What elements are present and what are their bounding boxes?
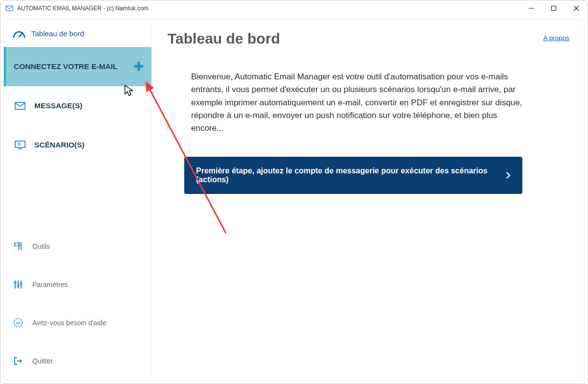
about-link[interactable]: A propos bbox=[543, 34, 569, 42]
svg-rect-9 bbox=[18, 242, 20, 246]
app-window: AUTOMATIC EMAIL MANAGER - (c) Namtuk.com bbox=[0, 0, 588, 384]
sidebar: Tableau de bord CONNECTEZ VOTRE E-MAIL ✚ bbox=[4, 20, 152, 380]
add-account-button[interactable]: Première étape, ajoutez le compte de mes… bbox=[184, 157, 522, 194]
titlebar: AUTOMATIC EMAIL MANAGER - (c) Namtuk.com bbox=[0, 0, 588, 16]
inner-frame: Tableau de bord CONNECTEZ VOTRE E-MAIL ✚ bbox=[3, 19, 585, 381]
sidebar-item-scenarios[interactable]: SCÉNARIO(S) bbox=[4, 125, 151, 165]
svg-rect-15 bbox=[15, 282, 16, 284]
app-icon bbox=[5, 4, 13, 12]
svg-rect-0 bbox=[6, 6, 13, 11]
svg-rect-17 bbox=[21, 283, 22, 285]
sidebar-item-settings[interactable]: Paramètres bbox=[4, 265, 151, 304]
svg-rect-16 bbox=[18, 285, 19, 287]
close-button[interactable] bbox=[565, 0, 588, 16]
sidebar-bottom: Outils P bbox=[4, 227, 151, 380]
sidebar-top: Tableau de bord CONNECTEZ VOTRE E-MAIL ✚ bbox=[4, 20, 151, 227]
sidebar-item-dashboard[interactable]: Tableau de bord bbox=[4, 20, 151, 47]
support-icon: 24 bbox=[13, 317, 24, 328]
page-title: Tableau de bord bbox=[168, 30, 280, 47]
sidebar-item-label: CONNECTEZ VOTRE E-MAIL bbox=[14, 62, 118, 71]
chevron-right-icon bbox=[506, 172, 511, 179]
svg-line-5 bbox=[19, 33, 23, 37]
window-title: AUTOMATIC EMAIL MANAGER - (c) Namtuk.com bbox=[17, 5, 520, 12]
gauge-icon bbox=[13, 28, 25, 38]
exit-icon bbox=[13, 356, 24, 366]
sidebar-item-quit[interactable]: Quitter bbox=[4, 342, 151, 380]
scenario-icon bbox=[15, 141, 25, 149]
welcome-text: Bienvenue, Automatic Email Manager est v… bbox=[191, 71, 524, 135]
sliders-icon bbox=[13, 279, 24, 290]
svg-rect-2 bbox=[552, 6, 556, 10]
sidebar-item-label: Tableau de bord bbox=[31, 29, 84, 38]
sidebar-item-label: SCÉNARIO(S) bbox=[34, 141, 84, 149]
body-area: Tableau de bord CONNECTEZ VOTRE E-MAIL ✚ bbox=[0, 16, 588, 384]
minimize-button[interactable] bbox=[520, 0, 542, 16]
content-header: Tableau de bord A propos bbox=[167, 30, 569, 47]
sidebar-item-help[interactable]: 24 Avez-vous besoin d'aide bbox=[4, 304, 151, 342]
content-area: Tableau de bord A propos Bienvenue, Auto… bbox=[152, 20, 584, 380]
sidebar-item-label: MESSAGE(S) bbox=[34, 101, 82, 110]
sidebar-item-messages[interactable]: MESSAGE(S) bbox=[4, 86, 151, 125]
sidebar-item-label: Outils bbox=[32, 242, 50, 250]
svg-text:24: 24 bbox=[16, 321, 20, 325]
sidebar-item-connect-email[interactable]: CONNECTEZ VOTRE E-MAIL ✚ bbox=[4, 47, 151, 86]
maximize-button[interactable] bbox=[542, 0, 565, 16]
envelope-icon bbox=[15, 101, 25, 110]
window-controls bbox=[520, 0, 588, 16]
sidebar-item-label: Paramètres bbox=[32, 281, 68, 288]
sidebar-item-label: Avez-vous besoin d'aide bbox=[32, 319, 106, 327]
plus-icon: ✚ bbox=[134, 60, 144, 73]
cta-label: Première étape, ajoutez le compte de mes… bbox=[196, 167, 500, 184]
tools-icon bbox=[13, 241, 24, 252]
sidebar-item-tools[interactable]: Outils bbox=[4, 227, 151, 265]
sidebar-item-label: Quitter bbox=[32, 357, 53, 365]
